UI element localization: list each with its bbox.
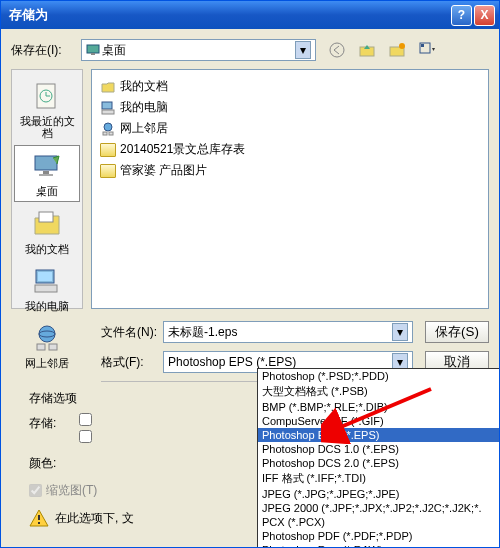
- view-menu-icon[interactable]: [418, 41, 436, 59]
- network-icon: [31, 322, 63, 354]
- format-dropdown[interactable]: Photoshop (*.PSD;*.PDD)大型文档格式 (*.PSB)BMP…: [257, 368, 500, 548]
- chevron-down-icon[interactable]: ▾: [392, 323, 408, 341]
- svg-point-5: [399, 43, 405, 49]
- back-icon[interactable]: [328, 41, 346, 59]
- up-folder-icon[interactable]: [358, 41, 376, 59]
- save-in-value: 桌面: [102, 42, 295, 59]
- svg-rect-19: [37, 344, 45, 350]
- format-option[interactable]: Photoshop PDF (*.PDF;*.PDP): [258, 529, 500, 543]
- recent-docs-icon: [31, 80, 63, 112]
- save-in-combo[interactable]: 桌面 ▾: [81, 39, 316, 61]
- format-option[interactable]: Photoshop Raw (*.RAW): [258, 543, 500, 548]
- format-option[interactable]: CompuServe GIF (*.GIF): [258, 414, 500, 428]
- svg-point-17: [39, 326, 55, 342]
- format-option[interactable]: BMP (*.BMP;*.RLE;*.DIB): [258, 400, 500, 414]
- file-list[interactable]: 我的文档 我的电脑 网上邻居 20140521景文总库存表 管家婆 产品图片: [91, 69, 489, 309]
- desktop-icon: [86, 42, 102, 58]
- svg-rect-21: [102, 102, 112, 109]
- svg-point-23: [104, 123, 112, 131]
- computer-icon: [100, 100, 116, 116]
- format-option[interactable]: JPEG (*.JPG;*.JPEG;*.JPE): [258, 487, 500, 501]
- sidebar-item-network[interactable]: 网上邻居: [14, 318, 80, 373]
- save-in-label: 保存在(I):: [11, 42, 81, 59]
- warning-icon: [29, 509, 49, 527]
- window-title: 存储为: [5, 6, 449, 24]
- svg-rect-1: [91, 53, 95, 55]
- format-option[interactable]: PCX (*.PCX): [258, 515, 500, 529]
- svg-rect-16: [35, 285, 57, 292]
- sidebar-item-mydocs[interactable]: 我的文档: [14, 204, 80, 259]
- filename-label: 文件名(N):: [101, 324, 163, 341]
- save-as-dialog: 存储为 ? X 保存在(I): 桌面 ▾ 我最近的文档: [0, 0, 500, 548]
- checkbox[interactable]: [79, 430, 92, 443]
- svg-rect-0: [87, 45, 99, 53]
- format-option[interactable]: Photoshop EPS (*.EPS): [258, 428, 500, 442]
- svg-rect-24: [103, 132, 107, 135]
- warning-text: 在此选项下, 文: [55, 510, 134, 527]
- svg-rect-15: [38, 272, 52, 281]
- list-item[interactable]: 管家婆 产品图片: [98, 160, 482, 181]
- folder-icon: [100, 143, 116, 157]
- dialog-body: 保存在(I): 桌面 ▾ 我最近的文档 桌面: [1, 29, 499, 548]
- format-label: 格式(F):: [101, 354, 163, 371]
- format-option[interactable]: Photoshop (*.PSD;*.PDD): [258, 369, 500, 383]
- color-options-label: 颜色:: [29, 453, 79, 472]
- close-button[interactable]: X: [474, 5, 495, 26]
- sidebar-item-recent[interactable]: 我最近的文档: [14, 76, 80, 143]
- folder-icon: [100, 164, 116, 178]
- chevron-down-icon[interactable]: ▾: [295, 41, 311, 59]
- thumbnail-checkbox: [29, 484, 42, 497]
- save-button[interactable]: 保存(S): [425, 321, 489, 343]
- save-options-label: 存储:: [29, 413, 79, 443]
- sidebar-item-mycomputer[interactable]: 我的电脑: [14, 261, 80, 316]
- svg-rect-7: [421, 44, 424, 47]
- sidebar-item-desktop[interactable]: 桌面: [14, 145, 80, 202]
- svg-point-2: [330, 43, 344, 57]
- svg-rect-25: [109, 132, 113, 135]
- svg-rect-27: [38, 522, 40, 524]
- svg-rect-26: [38, 515, 40, 520]
- computer-icon: [31, 265, 63, 297]
- format-option[interactable]: IFF 格式 (*.IFF;*.TDI): [258, 470, 500, 487]
- mydocs-icon: [31, 208, 63, 240]
- format-option[interactable]: Photoshop DCS 1.0 (*.EPS): [258, 442, 500, 456]
- format-value: Photoshop EPS (*.EPS): [168, 355, 392, 369]
- mydocs-icon: [100, 79, 116, 95]
- list-item[interactable]: 20140521景文总库存表: [98, 139, 482, 160]
- help-button[interactable]: ?: [451, 5, 472, 26]
- checkbox[interactable]: [79, 413, 92, 426]
- list-item[interactable]: 我的文档: [98, 76, 482, 97]
- svg-rect-13: [39, 212, 53, 222]
- titlebar: 存储为 ? X: [1, 1, 499, 29]
- svg-rect-12: [39, 174, 53, 176]
- svg-rect-22: [102, 110, 114, 114]
- places-sidebar: 我最近的文档 桌面 我的文档 我的电脑 网上邻居: [11, 69, 83, 309]
- filename-field[interactable]: [168, 325, 392, 339]
- format-option[interactable]: Photoshop DCS 2.0 (*.EPS): [258, 456, 500, 470]
- thumbnail-label: 缩览图(T): [46, 482, 97, 499]
- filename-input[interactable]: ▾: [163, 321, 413, 343]
- list-item[interactable]: 网上邻居: [98, 118, 482, 139]
- svg-rect-11: [43, 171, 49, 174]
- format-option[interactable]: 大型文档格式 (*.PSB): [258, 383, 500, 400]
- new-folder-icon[interactable]: [388, 41, 406, 59]
- desktop-icon: [31, 150, 63, 182]
- network-icon: [100, 121, 116, 137]
- list-item[interactable]: 我的电脑: [98, 97, 482, 118]
- svg-rect-20: [49, 344, 57, 350]
- format-option[interactable]: JPEG 2000 (*.JPF;*.JPX;*.JP2;*.J2C;*.J2K…: [258, 501, 500, 515]
